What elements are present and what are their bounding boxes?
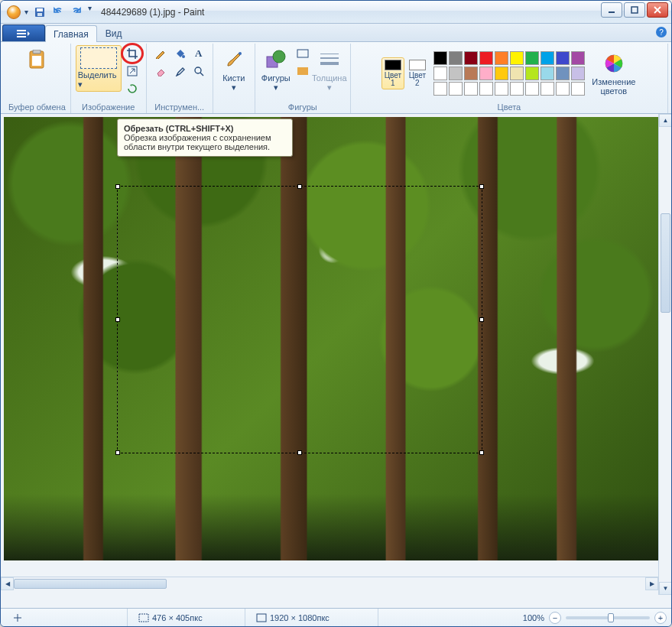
app-menu-arrow[interactable]: ▾ xyxy=(24,8,28,16)
selection-handle[interactable] xyxy=(297,450,302,455)
thickness-icon xyxy=(320,52,339,67)
group-clipboard-label: Буфер обмена xyxy=(8,102,66,113)
color-swatch[interactable] xyxy=(495,82,508,96)
pencil-tool[interactable] xyxy=(151,45,170,62)
color-swatch[interactable] xyxy=(525,67,539,80)
color-swatch[interactable] xyxy=(556,51,570,65)
eraser-tool[interactable] xyxy=(151,63,170,80)
color-swatch[interactable] xyxy=(464,51,478,65)
quick-access-toolbar: ▾ xyxy=(31,4,92,21)
svg-point-14 xyxy=(239,52,242,55)
canvas[interactable] xyxy=(4,117,661,560)
zoom-out-button[interactable]: − xyxy=(549,612,561,624)
color1-swatch xyxy=(385,60,401,70)
color-swatch[interactable] xyxy=(449,82,463,96)
color-swatch[interactable] xyxy=(495,67,508,80)
color-swatch[interactable] xyxy=(433,82,447,96)
save-button[interactable] xyxy=(31,4,48,21)
color-swatch[interactable] xyxy=(479,67,493,80)
brushes-label: Кисти▾ xyxy=(222,73,245,92)
svg-rect-5 xyxy=(17,30,26,31)
rotate-button[interactable] xyxy=(123,80,141,97)
color-swatch[interactable] xyxy=(464,82,478,96)
vertical-scrollbar[interactable]: ▲ ▼ xyxy=(658,114,671,595)
color2-button[interactable]: Цвет 2 xyxy=(406,57,429,89)
picker-tool[interactable] xyxy=(170,63,189,80)
crop-button[interactable] xyxy=(123,45,141,62)
scroll-left[interactable]: ◀ xyxy=(1,577,14,590)
selection-handle[interactable] xyxy=(297,184,302,189)
minimize-button[interactable] xyxy=(601,2,622,18)
tab-home[interactable]: Главная xyxy=(45,25,97,42)
group-colors: Цвет 1 Цвет 2 Изменение цветов Цвета xyxy=(351,44,668,113)
zoom-slider[interactable] xyxy=(566,616,650,619)
color-swatch[interactable] xyxy=(449,51,463,65)
selection-handle[interactable] xyxy=(479,317,484,322)
selection-handle[interactable] xyxy=(479,450,484,455)
edit-colors-button[interactable]: Изменение цветов xyxy=(591,49,637,98)
color-swatch[interactable] xyxy=(479,82,493,96)
vscroll-thumb[interactable] xyxy=(661,213,670,313)
close-button[interactable] xyxy=(647,2,668,18)
color-swatch[interactable] xyxy=(525,51,539,65)
color-swatch[interactable] xyxy=(495,51,508,65)
zoom-in-button[interactable]: + xyxy=(654,612,667,624)
file-menu-icon xyxy=(17,30,31,37)
color-swatch[interactable] xyxy=(541,51,554,65)
text-tool[interactable]: A xyxy=(190,45,208,62)
color-swatch[interactable] xyxy=(433,67,447,80)
color-swatch[interactable] xyxy=(479,51,493,65)
app-icon xyxy=(7,5,21,19)
color-swatch[interactable] xyxy=(571,51,585,65)
color-swatch[interactable] xyxy=(541,82,554,96)
scroll-down[interactable]: ▼ xyxy=(659,582,671,595)
undo-button[interactable] xyxy=(50,4,67,21)
brushes-button[interactable]: Кисти▾ xyxy=(218,45,250,94)
color1-button[interactable]: Цвет 1 xyxy=(381,57,404,89)
svg-rect-2 xyxy=(37,13,42,16)
color-swatch[interactable] xyxy=(433,51,447,65)
color-swatch[interactable] xyxy=(449,67,463,80)
fill-tool[interactable] xyxy=(170,45,189,62)
select-button[interactable]: Выделить ▾ xyxy=(76,45,122,92)
shape-fill[interactable] xyxy=(294,63,312,80)
svg-rect-9 xyxy=(33,50,41,54)
color-swatch[interactable] xyxy=(571,67,585,80)
resize-button[interactable] xyxy=(123,63,141,80)
selection-handle[interactable] xyxy=(479,184,484,189)
color-swatch[interactable] xyxy=(464,67,478,80)
svg-rect-7 xyxy=(17,36,26,37)
paste-button[interactable] xyxy=(21,45,53,74)
file-tab[interactable] xyxy=(2,24,45,41)
shapes-button[interactable]: Фигуры▾ xyxy=(260,45,292,94)
hscroll-thumb[interactable] xyxy=(14,579,167,589)
shapes-label: Фигуры▾ xyxy=(261,73,291,92)
redo-button[interactable] xyxy=(68,4,85,21)
color-swatch[interactable] xyxy=(541,67,554,80)
horizontal-scrollbar[interactable]: ◀ ▶ xyxy=(1,577,658,590)
color-swatch[interactable] xyxy=(556,67,570,80)
color-swatch[interactable] xyxy=(510,67,524,80)
group-image-label: Изображение xyxy=(76,102,141,113)
tab-view[interactable]: Вид xyxy=(97,24,131,41)
thickness-button[interactable]: Толщина▾ xyxy=(313,45,346,94)
scroll-up[interactable]: ▲ xyxy=(659,114,671,127)
svg-rect-17 xyxy=(297,50,308,57)
zoom-slider-knob[interactable] xyxy=(608,613,614,622)
color-swatch[interactable] xyxy=(510,82,524,96)
help-button[interactable]: ? xyxy=(656,27,667,37)
scroll-right[interactable]: ▶ xyxy=(645,577,658,590)
selection-rectangle[interactable] xyxy=(117,186,482,453)
maximize-button[interactable] xyxy=(624,2,645,18)
color-swatch[interactable] xyxy=(556,82,570,96)
color-swatch[interactable] xyxy=(525,82,539,96)
color-swatch[interactable] xyxy=(510,51,524,65)
selection-handle[interactable] xyxy=(115,184,120,189)
qat-customize[interactable]: ▾ xyxy=(88,4,92,21)
selection-handle[interactable] xyxy=(115,450,120,455)
undo-icon xyxy=(53,7,63,18)
selection-handle[interactable] xyxy=(115,317,120,322)
zoom-tool[interactable] xyxy=(190,63,208,80)
shape-outline[interactable] xyxy=(294,45,312,62)
color-swatch[interactable] xyxy=(571,82,585,96)
